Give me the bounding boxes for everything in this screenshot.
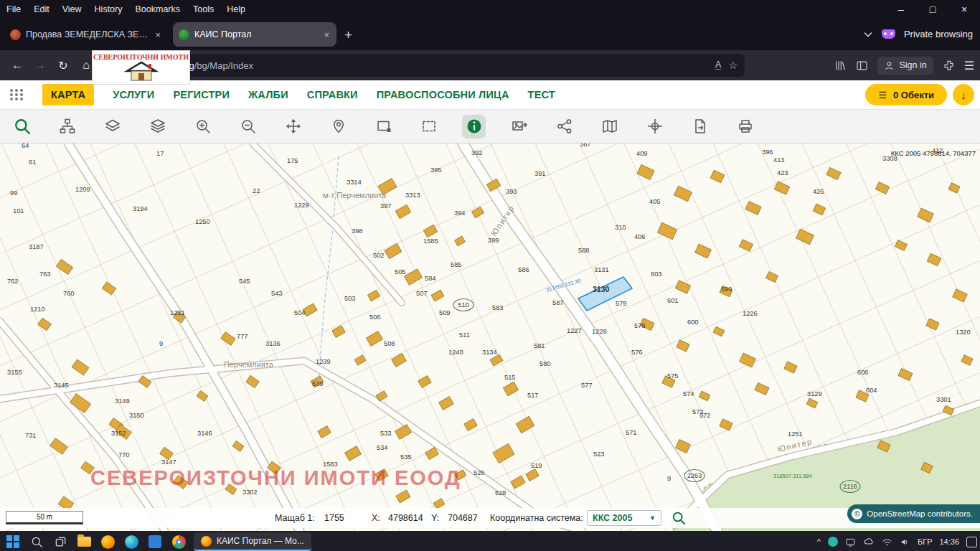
nav-spravki[interactable]: СПРАВКИ	[307, 89, 358, 100]
nav-test[interactable]: ТЕСТ	[528, 89, 555, 100]
crs-select[interactable]: ККС 2005▼	[587, 510, 661, 526]
menu-tools[interactable]: Tools	[187, 4, 220, 14]
status-search-icon[interactable]	[672, 511, 686, 527]
print-icon[interactable]	[736, 118, 754, 136]
svg-text:9: 9	[667, 475, 671, 482]
svg-text:580: 580	[540, 360, 551, 367]
svg-text:517: 517	[527, 392, 539, 399]
menu-edit[interactable]: Edit	[27, 4, 56, 14]
language-indicator[interactable]: БГР	[918, 537, 933, 546]
pan-icon[interactable]	[284, 118, 302, 136]
info-icon[interactable]	[465, 118, 483, 136]
menu-view[interactable]: View	[56, 4, 88, 14]
translate-icon[interactable]: A	[715, 61, 721, 70]
layers-icon[interactable]	[103, 118, 121, 136]
nav-karta[interactable]: КАРТА	[42, 84, 94, 105]
svg-text:502: 502	[373, 252, 385, 259]
search-icon[interactable]	[13, 118, 31, 136]
svg-text:1585: 1585	[423, 237, 438, 245]
y-caption: Y:	[431, 513, 439, 523]
tab-bar: Продава ЗЕМЕДЕЛСКА ЗЕМЯ в × КАИС Портал …	[0, 19, 980, 50]
start-button[interactable]	[4, 533, 22, 550]
svg-text:101: 101	[13, 207, 24, 215]
apps-grid-icon[interactable]	[10, 89, 24, 100]
svg-text:3136: 3136	[265, 340, 281, 347]
image-export-icon[interactable]	[510, 118, 528, 136]
sidebar-icon[interactable]	[856, 60, 868, 72]
bookmark-star-icon[interactable]: ☆	[728, 60, 738, 71]
map-area: 6417611753923873913964094124134233308426…	[0, 143, 980, 531]
svg-text:409: 409	[636, 150, 648, 157]
location-pin-icon[interactable]	[329, 118, 347, 136]
hidden-icons-chevron[interactable]: ^	[817, 537, 821, 546]
svg-text:22: 22	[253, 187, 260, 194]
select-rectangle-icon[interactable]	[374, 118, 392, 136]
topology-icon[interactable]	[58, 118, 76, 136]
list-tabs-chevron-icon[interactable]	[863, 29, 873, 39]
minimize-button[interactable]: –	[885, 0, 917, 19]
zoom-out-icon[interactable]	[239, 118, 257, 136]
notification-center-icon[interactable]	[966, 537, 977, 547]
nav-zhalbi[interactable]: ЖАЛБИ	[248, 89, 288, 100]
svg-text:1227: 1227	[567, 327, 582, 334]
volume-icon[interactable]	[900, 537, 910, 547]
extent-rectangle-icon[interactable]	[420, 118, 438, 136]
map-sheet-icon[interactable]	[600, 118, 618, 136]
active-window-button[interactable]: КАИС Портал — Mo...	[194, 532, 311, 551]
file-explorer-icon[interactable]	[75, 533, 93, 550]
onedrive-cloud-icon[interactable]	[863, 536, 875, 547]
osm-attribution[interactable]: © OpenStreetMap contributors.	[847, 504, 980, 523]
svg-text:64: 64	[22, 143, 29, 149]
tab-favicon	[179, 29, 189, 40]
svg-text:1229: 1229	[294, 202, 309, 209]
wifi-icon[interactable]	[882, 537, 892, 547]
taskbar-search-icon[interactable]	[28, 533, 45, 550]
nav-uslugi[interactable]: УСЛУГИ	[113, 89, 154, 100]
svg-text:1251: 1251	[788, 430, 803, 438]
layer-stack-icon[interactable]	[149, 118, 166, 136]
display-icon[interactable]	[845, 537, 856, 547]
extensions-puzzle-icon[interactable]	[943, 60, 955, 72]
task-view-icon[interactable]	[52, 533, 69, 550]
svg-text:395: 395	[430, 166, 442, 174]
close-button[interactable]: ×	[948, 0, 980, 19]
coordinates-crosshair-icon[interactable]	[646, 118, 664, 136]
tab-zemedelska-zemya[interactable]: Продава ЗЕМЕДЕЛСКА ЗЕМЯ в ×	[4, 22, 168, 47]
cadastral-map[interactable]: 6417611753923873913964094124134233308426…	[0, 143, 980, 531]
svg-text:3313: 3313	[405, 192, 420, 199]
reload-button[interactable]: ↻	[52, 59, 75, 72]
collapse-panel-button[interactable]: ↓	[953, 84, 974, 105]
edge-icon[interactable]	[123, 533, 140, 550]
firefox-icon[interactable]	[99, 533, 116, 550]
tab-kais-portal[interactable]: КАИС Портал ×	[173, 22, 336, 47]
svg-text:587: 587	[552, 299, 564, 306]
tab-close-icon[interactable]: ×	[154, 29, 162, 40]
maximize-button[interactable]: □	[917, 0, 948, 19]
nav-registri[interactable]: РЕГИСТРИ	[173, 89, 230, 100]
svg-text:507: 507	[416, 290, 428, 297]
objects-button[interactable]: ☰ 0 Обекти	[865, 84, 947, 105]
app-menu-icon[interactable]: ☰	[964, 59, 974, 72]
blue-app-icon[interactable]	[146, 533, 164, 550]
teams-icon[interactable]	[828, 537, 838, 547]
menu-history[interactable]: History	[88, 4, 129, 14]
new-tab-button[interactable]: +	[344, 27, 352, 43]
menu-file[interactable]: File	[0, 4, 27, 14]
signin-button[interactable]: Sign in	[877, 57, 933, 75]
svg-text:515: 515	[504, 374, 516, 381]
nav-pravosposobni-litsa[interactable]: ПРАВОСПОСОБНИ ЛИЦА	[377, 89, 509, 100]
menu-bookmarks[interactable]: Bookmarks	[128, 4, 187, 14]
forward-button[interactable]: →	[29, 59, 52, 72]
clock[interactable]: 14:36	[939, 537, 959, 546]
menu-help[interactable]: Help	[220, 4, 252, 14]
share-nodes-icon[interactable]	[555, 118, 573, 136]
chrome-icon[interactable]	[170, 533, 187, 550]
svg-text:600: 600	[687, 319, 699, 326]
back-button[interactable]: ←	[6, 59, 29, 72]
tab-close-icon[interactable]: ×	[322, 29, 331, 40]
library-icon[interactable]	[834, 60, 847, 72]
svg-text:777: 777	[237, 333, 248, 340]
page-export-icon[interactable]	[691, 118, 709, 136]
url-bar[interactable]: kais.cadastre.bg/bg/Map/Index A ☆	[102, 54, 745, 77]
zoom-in-icon[interactable]	[194, 118, 212, 136]
